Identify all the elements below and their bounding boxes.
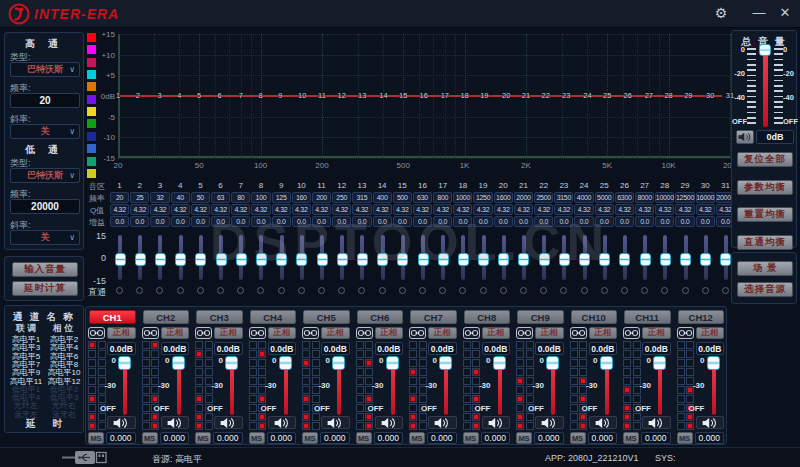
band-gain-cell[interactable]: 0.0	[574, 216, 593, 227]
routing-checkbox[interactable]	[88, 350, 96, 358]
band-q-cell[interactable]: 4.32	[534, 204, 553, 215]
routing-checkbox[interactable]	[526, 395, 534, 403]
routing-checkbox[interactable]	[302, 404, 310, 412]
band-marker[interactable]: 13	[354, 91, 370, 100]
channel-gain-display[interactable]: 0.0dB	[642, 342, 671, 355]
channel-delay-display[interactable]: 0.000	[374, 432, 404, 444]
band-marker[interactable]: 25	[599, 91, 615, 100]
routing-checkbox[interactable]	[88, 377, 96, 385]
routing-checkbox[interactable]	[302, 422, 310, 430]
channel-gain-display[interactable]: 0.0dB	[375, 342, 404, 355]
link-icon[interactable]	[249, 327, 266, 339]
band-q-cell[interactable]: 4.32	[514, 204, 533, 215]
routing-checkbox[interactable]	[472, 422, 480, 430]
routing-checkbox[interactable]	[677, 395, 685, 403]
routing-checkbox[interactable]	[302, 350, 310, 358]
band-bypass-radio[interactable]	[298, 287, 305, 294]
ms-unit-button[interactable]: MS	[88, 432, 104, 444]
routing-checkbox[interactable]	[677, 359, 685, 367]
routing-checkbox[interactable]	[623, 413, 631, 421]
band-slider-handle[interactable]	[458, 253, 469, 266]
routing-checkbox[interactable]	[195, 359, 203, 367]
band-q-cell[interactable]: 4.32	[373, 204, 392, 215]
routing-checkbox[interactable]	[88, 395, 96, 403]
channel-gain-display[interactable]: 0.0dB	[214, 342, 243, 355]
band-slider-handle[interactable]	[115, 253, 126, 266]
lp-freq-input[interactable]	[10, 199, 80, 214]
routing-checkbox[interactable]	[623, 386, 631, 394]
band-marker[interactable]: 4	[171, 91, 187, 100]
band-slider-handle[interactable]	[599, 253, 610, 266]
routing-checkbox[interactable]	[258, 395, 266, 403]
routing-checkbox[interactable]	[633, 341, 641, 349]
ms-unit-button[interactable]: MS	[570, 432, 586, 444]
routing-checkbox[interactable]	[302, 341, 310, 349]
mute-speaker-button[interactable]	[642, 416, 671, 429]
band-bypass-radio[interactable]	[379, 287, 386, 294]
band-bypass-radio[interactable]	[560, 287, 567, 294]
routing-checkbox[interactable]	[419, 413, 427, 421]
band-bypass-radio[interactable]	[722, 287, 729, 294]
routing-checkbox[interactable]	[623, 395, 631, 403]
band-slider-handle[interactable]	[357, 253, 368, 266]
band-bypass-radio[interactable]	[459, 287, 466, 294]
band-freq-cell[interactable]: 32	[150, 192, 169, 203]
band-bypass-radio[interactable]	[197, 287, 204, 294]
routing-checkbox[interactable]	[579, 395, 587, 403]
band-marker[interactable]: 15	[395, 91, 411, 100]
routing-checkbox[interactable]	[409, 386, 417, 394]
mute-speaker-button[interactable]	[482, 416, 511, 429]
band-q-cell[interactable]: 4.32	[413, 204, 432, 215]
channel-gain-display[interactable]: 0.0dB	[428, 342, 457, 355]
band-marker[interactable]: 27	[641, 91, 657, 100]
band-freq-cell[interactable]: 3150	[554, 192, 573, 203]
channel-fader-handle[interactable]	[386, 356, 399, 370]
band-marker[interactable]: 5	[191, 91, 207, 100]
band-q-cell[interactable]: 4.32	[696, 204, 715, 215]
channel-header-button[interactable]: CH11	[624, 310, 671, 324]
band-bypass-radio[interactable]	[136, 287, 143, 294]
band-freq-cell[interactable]: 5000	[595, 192, 614, 203]
band-gain-cell[interactable]: 0.0	[473, 216, 492, 227]
band-gain-cell[interactable]: 0.0	[352, 216, 371, 227]
routing-checkbox[interactable]	[142, 404, 150, 412]
band-q-cell[interactable]: 4.32	[574, 204, 593, 215]
routing-checkbox[interactable]	[633, 395, 641, 403]
band-marker[interactable]: 2	[130, 91, 146, 100]
channel-delay-display[interactable]: 0.000	[160, 432, 190, 444]
channel-gain-display[interactable]: 0.0dB	[535, 342, 564, 355]
band-bypass-radio[interactable]	[338, 287, 345, 294]
band-marker[interactable]: 9	[272, 91, 288, 100]
ms-unit-button[interactable]: MS	[516, 432, 532, 444]
routing-checkbox[interactable]	[516, 350, 524, 358]
band-q-cell[interactable]: 4.32	[171, 204, 190, 215]
routing-checkbox[interactable]	[419, 395, 427, 403]
band-freq-cell[interactable]: 8000	[635, 192, 654, 203]
mute-speaker-button[interactable]	[268, 416, 297, 429]
routing-checkbox[interactable]	[419, 341, 427, 349]
link-icon[interactable]	[463, 327, 480, 339]
band-q-cell[interactable]: 4.32	[292, 204, 311, 215]
band-bypass-radio[interactable]	[237, 287, 244, 294]
band-freq-cell[interactable]: 1600	[494, 192, 513, 203]
band-slider-handle[interactable]	[619, 253, 630, 266]
routing-checkbox[interactable]	[516, 422, 524, 430]
routing-checkbox[interactable]	[570, 377, 578, 385]
mute-speaker-button[interactable]	[696, 416, 725, 429]
routing-checkbox[interactable]	[686, 341, 694, 349]
routing-checkbox[interactable]	[623, 368, 631, 376]
band-bypass-radio[interactable]	[641, 287, 648, 294]
routing-checkbox[interactable]	[142, 359, 150, 367]
channel-fader-handle[interactable]	[546, 356, 559, 370]
reset-all-button[interactable]: 复位全部	[737, 152, 793, 167]
routing-checkbox[interactable]	[249, 413, 257, 421]
param-eq-button[interactable]: 参数均衡	[737, 180, 793, 195]
band-freq-cell[interactable]: 800	[433, 192, 452, 203]
band-slider-handle[interactable]	[397, 253, 408, 266]
band-q-cell[interactable]: 4.32	[150, 204, 169, 215]
phase-button[interactable]: 正相	[482, 327, 511, 339]
routing-checkbox[interactable]	[142, 413, 150, 421]
routing-checkbox[interactable]	[570, 386, 578, 394]
band-freq-cell[interactable]: 100	[251, 192, 270, 203]
band-gain-cell[interactable]: 0.0	[150, 216, 169, 227]
